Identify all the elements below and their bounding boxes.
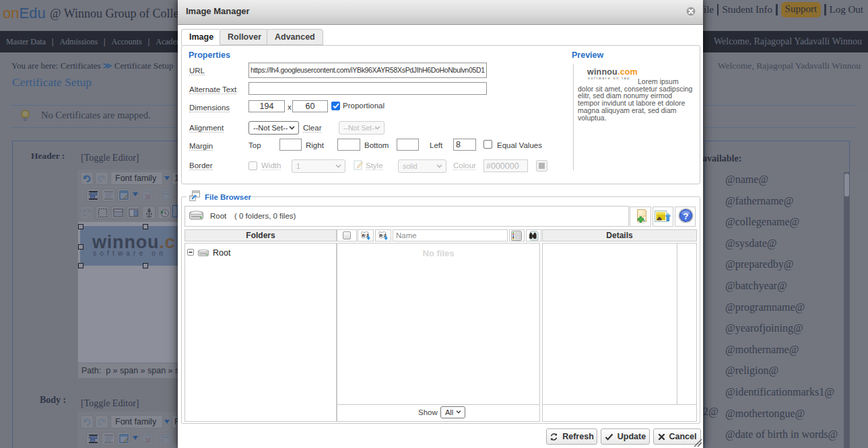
- svg-text:?: ?: [683, 211, 689, 221]
